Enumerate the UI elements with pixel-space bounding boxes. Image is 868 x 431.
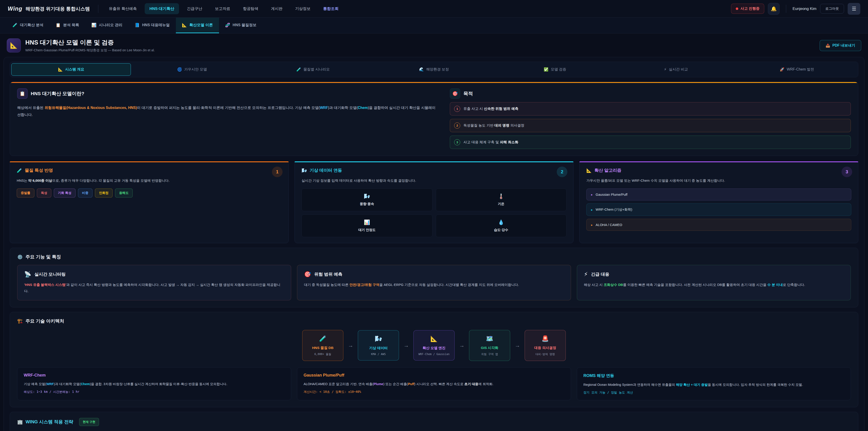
arrow-right-icon: → <box>403 342 409 348</box>
cyclone-icon: 🌀 <box>177 67 182 72</box>
nav-item-integrated-search[interactable]: 통합조회 <box>318 3 343 14</box>
notifications-button[interactable]: 🔔 <box>768 3 780 15</box>
algo-gaussian-plume-puff[interactable]: ▸Gaussian Plume/Puff <box>586 188 851 201</box>
step-number-badge: 1 <box>272 166 283 177</box>
architecture-flow: 🧪 HNS 물질 DB 6,000+ 물질 → 🌬️ 기상 데이터 KMA / … <box>17 330 851 361</box>
test-tube-icon: 🧪 <box>12 23 18 28</box>
subnav-diffusion-model-theory[interactable]: 📐 확산모델 이론 <box>176 18 219 33</box>
purpose-number-badge: 1 <box>454 106 460 112</box>
tile-atmospheric-stability: 📊대기 안정도 <box>302 214 432 237</box>
subnav-diffusion-analysis[interactable]: 🧪 대기확산 분석 <box>6 18 50 33</box>
siren-icon: 🚨 <box>541 335 549 342</box>
subnav-label: HNS 대응매뉴얼 <box>142 23 170 28</box>
purpose-item-2: 2 독성물질 농도 기반 대피 명령 의사결정 <box>450 119 851 132</box>
purpose-text: 사고 대응 체계 구축 및 피해 최소화 <box>463 140 518 145</box>
clipboard-icon: 📋 <box>56 23 61 28</box>
tab-marine-correction[interactable]: 🌊 해양환경 보정 <box>374 63 494 76</box>
model-specs: 장기 모의 가능 / 정밀 농도 계산 <box>583 391 844 395</box>
arrow-icon: ▸ <box>591 223 593 227</box>
logout-button[interactable]: 로그아웃 <box>820 4 844 13</box>
nav-item-rescue[interactable]: 긴급구난 <box>182 3 207 14</box>
pillar-title: 기상 데이터 연동 <box>310 167 342 173</box>
wrf-highlight: WRF <box>320 106 328 110</box>
roms-model-card: ROMS 해양 연동 Regional Ocean Modeling Syste… <box>577 367 851 400</box>
bell-icon: 🔔 <box>771 6 777 11</box>
pillar-title: 확산 알고리즘 <box>594 167 621 173</box>
tag-vaporization[interactable]: 기화 특성 <box>54 188 75 197</box>
tag-flash-point[interactable]: 인화점 <box>95 188 113 197</box>
target-icon: 🎯 <box>304 271 311 278</box>
incident-status-badge[interactable]: 사고 진행중 <box>731 4 764 14</box>
wave-icon: 🌊 <box>419 67 424 72</box>
algo-wrf-chem[interactable]: ▸WRF-Chem (기상+화학) <box>586 204 851 216</box>
strategy-section-title: WING 시스템 적용 전략 <box>26 419 73 425</box>
pillar-cards-row: 1 🧪물질 특성 반영 HNS는 약 6,000종 이상으로, 종류가 매우 다… <box>10 161 858 243</box>
tag-evaporation[interactable]: 증발률 <box>17 188 34 197</box>
incident-dot-icon <box>736 7 738 10</box>
tab-model-validation[interactable]: ✅ 모델 검증 <box>495 63 615 76</box>
lightning-icon: ⚡ <box>664 67 666 72</box>
subnav-hns-substance-info[interactable]: 🧬 HNS 물질정보 <box>219 18 263 33</box>
tab-substance-scenarios[interactable]: 🧪 물질별 시나리오 <box>253 63 373 76</box>
theory-tab-strip: 📐 시스템 개요 🌀 가우시안 모델 🧪 물질별 시나리오 🌊 해양환경 보정 … <box>10 62 858 77</box>
gear-icon: ⚙️ <box>17 254 23 260</box>
subnav-hns-manual[interactable]: 📘 HNS 대응매뉴얼 <box>128 18 176 33</box>
flow-node-weather-data: 🌬️ 기상 데이터 KMA / AWS <box>358 330 399 361</box>
tile-humidity-precipitation: 💧습도·강수 <box>436 214 567 237</box>
incident-badge-label: 사고 진행중 <box>741 6 760 11</box>
strategy-panel: 🏢 WING 시스템 적용 전략 현재 구현 🧪 HNS DB 연동 CHRIS… <box>10 412 858 431</box>
check-mark-icon: ✅ <box>544 67 548 72</box>
tab-system-overview[interactable]: 📐 시스템 개요 <box>11 63 131 76</box>
model-specs: 해상도: 1~3 km / 시간분해능: 1 hr <box>24 390 285 394</box>
divider <box>786 5 786 13</box>
system-title: 해양환경 위기대응 통합시스템 <box>26 6 90 12</box>
inbox-tray-icon: 📥 <box>826 43 830 48</box>
nav-item-aerial-search[interactable]: 항공탐색 <box>238 3 263 14</box>
triangular-ruler-icon: 📐 <box>586 168 592 173</box>
triangular-ruler-icon: 📐 <box>182 23 187 28</box>
purpose-title-row: 🎯 목적 <box>450 88 851 99</box>
wrf-chem-model-card: WRF-Chem 기상 예측 모델(WRF)과 대기화학 모델(Chem)을 결… <box>17 367 291 400</box>
subnav-scenario-management[interactable]: 📊 시나리오 관리 <box>85 18 128 33</box>
pdf-export-button[interactable]: 📥 PDF 내보내기 <box>819 40 861 51</box>
flow-node-gis-visualization: 🗺️ GIS 시각화 위험 구역 맵 <box>469 330 510 361</box>
sub-navigation-bar: 🧪 대기확산 분석 📋 분석 목록 📊 시나리오 관리 📘 HNS 대응매뉴얼 … <box>0 18 868 33</box>
pillar-description: 가우시안 플룸/퍼프 모델 또는 WRF-Chem 수치 모델을 사용하여 대기… <box>586 177 851 184</box>
step-number-badge: 2 <box>557 166 567 177</box>
office-building-icon: 🏢 <box>17 419 23 425</box>
nav-item-oil-spill[interactable]: 유출유 확산예측 <box>104 3 142 14</box>
tag-specific-gravity[interactable]: 비중 <box>78 188 92 197</box>
lightning-icon: ⚡ <box>584 271 588 278</box>
nav-item-weather[interactable]: 기상정보 <box>290 3 315 14</box>
nav-item-hns-diffusion[interactable]: HNS·대기확산 <box>145 3 179 14</box>
hamburger-menu-button[interactable]: ☰ <box>848 3 860 15</box>
triangular-ruler-icon: 📐 <box>58 67 63 72</box>
tab-realtime-comparison[interactable]: ⚡ 실시간 비교 <box>616 63 736 76</box>
flow-node-response-decision: 🚨 대응 의사결정 대피·방제 명령 <box>525 330 566 361</box>
definition-title-row: 📋 HNS 대기확산 모델이란? <box>17 88 438 99</box>
tab-label: 해양환경 보정 <box>426 67 449 72</box>
subnav-analysis-list[interactable]: 📋 분석 목록 <box>50 18 85 33</box>
tag-solubility[interactable]: 용해도 <box>115 188 133 197</box>
flow-node-hns-db: 🧪 HNS 물질 DB 6,000+ 물질 <box>302 330 343 361</box>
tab-gaussian-model[interactable]: 🌀 가우시안 모델 <box>132 63 252 76</box>
tag-toxicity[interactable]: 독성 <box>37 188 51 197</box>
page-title: HNS 대기확산 모델 이론 및 검증 <box>25 38 155 47</box>
algo-aloha-cameo[interactable]: ▸ALOHA / CAMEO <box>586 219 851 231</box>
nav-item-reports[interactable]: 보고자료 <box>210 3 235 14</box>
feature-cards-row: 📡실시간 모니터링 'HNS 유출 블랙박스 시스템'과 같이 사고 즉시 확산… <box>17 265 851 300</box>
features-panel: ⚙️주요 기능 및 특징 📡실시간 모니터링 'HNS 유출 블랙박스 시스템'… <box>10 248 858 307</box>
subnav-label: 대기확산 분석 <box>20 23 43 28</box>
divider <box>98 5 98 13</box>
gaussian-model-card: Gaussian Plume/Puff ALOHA/CAMEO 표준 알고리즘 … <box>297 367 571 400</box>
triangular-ruler-icon: 📐 <box>10 42 18 49</box>
purpose-item-3: 3 사고 대응 체계 구축 및 피해 최소화 <box>450 135 851 149</box>
test-tube-icon: 🧪 <box>319 335 327 342</box>
algorithm-list: ▸Gaussian Plume/Puff ▸WRF-Chem (기상+화학) ▸… <box>586 188 851 231</box>
nav-item-board[interactable]: 게시판 <box>266 3 287 14</box>
realtime-monitoring-card: 📡실시간 모니터링 'HNS 유출 블랙박스 시스템'과 같이 사고 즉시 확산… <box>17 265 291 300</box>
purpose-item-1: 1 유출 사고 시 신속한 위험 범위 예측 <box>450 102 851 116</box>
substance-properties-card: 1 🧪물질 특성 반영 HNS는 약 6,000종 이상으로, 종류가 매우 다… <box>10 161 289 243</box>
purpose-title: 목적 <box>463 90 473 97</box>
tab-wrf-chem-evolution[interactable]: 🚀 WRF-Chem 발전 <box>737 63 857 76</box>
